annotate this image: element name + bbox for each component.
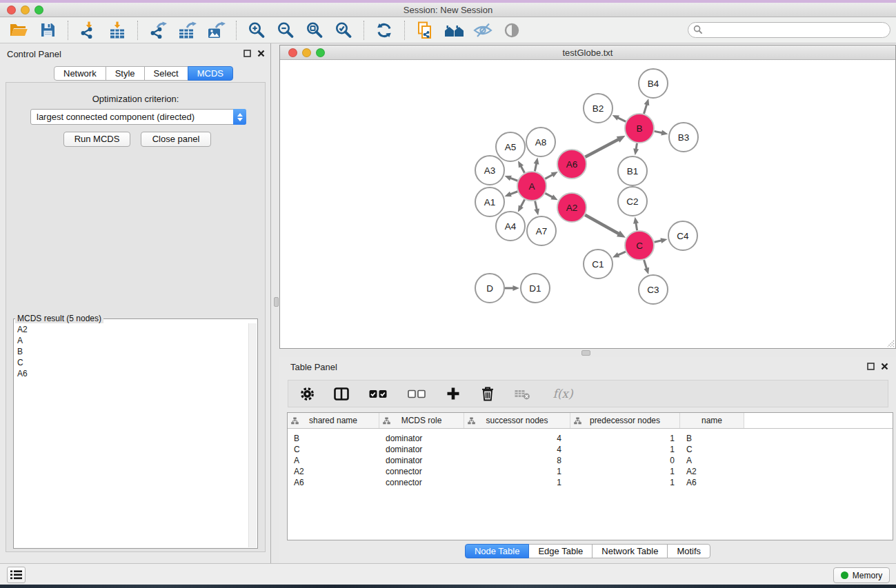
- add-entry-button[interactable]: [444, 384, 462, 403]
- tab-network[interactable]: Network: [54, 66, 106, 81]
- table-row[interactable]: Adominator80A: [288, 455, 893, 466]
- graph-edge-B-B4[interactable]: [644, 104, 646, 114]
- mcds-result-item[interactable]: B: [14, 346, 248, 357]
- function-builder-button[interactable]: f(x): [548, 384, 578, 403]
- close-panel-button[interactable]: Close panel: [141, 132, 211, 147]
- import-network-button[interactable]: [74, 19, 103, 42]
- zoom-out-button[interactable]: [271, 19, 300, 42]
- network-canvas[interactable]: AA1A2A3A4A5A6A7A8BB1B2B3B4CC1C2C3C4DD1: [280, 61, 895, 348]
- graph-node-A4[interactable]: A4: [496, 212, 525, 241]
- graph-edge-C-C3[interactable]: [644, 260, 647, 269]
- search-input[interactable]: [688, 22, 890, 38]
- column-header-shared-name[interactable]: shared name: [288, 413, 379, 428]
- mcds-result-item[interactable]: A2: [14, 324, 248, 335]
- column-header-successor-nodes[interactable]: successor nodes: [464, 413, 570, 428]
- tab-style[interactable]: Style: [106, 66, 145, 81]
- tab-node-table[interactable]: Node Table: [465, 544, 530, 558]
- tab-motifs[interactable]: Motifs: [667, 544, 710, 558]
- column-header-name[interactable]: name: [680, 413, 744, 428]
- close-table-panel-icon[interactable]: [881, 363, 888, 370]
- import-table-button[interactable]: [103, 19, 132, 42]
- show-columns-button[interactable]: [332, 384, 350, 403]
- deselect-all-button[interactable]: [406, 384, 428, 403]
- mcds-result-item[interactable]: A6: [14, 368, 248, 379]
- graph-edge-C-C2[interactable]: [636, 223, 637, 230]
- graph-node-C3[interactable]: C3: [639, 275, 668, 304]
- graph-node-D1[interactable]: D1: [521, 274, 550, 303]
- hide-graphics-details-button[interactable]: [468, 19, 497, 42]
- table-row[interactable]: Bdominator41B: [288, 433, 893, 444]
- table-settings-button[interactable]: [298, 384, 316, 403]
- graph-node-B2[interactable]: B2: [584, 94, 613, 123]
- table-row[interactable]: A2connector11A2: [288, 466, 893, 477]
- column-header-predecessor-nodes[interactable]: predecessor nodes: [570, 413, 680, 428]
- graph-node-A7[interactable]: A7: [527, 216, 556, 245]
- export-image-button[interactable]: [201, 19, 230, 42]
- graph-edge-A-A3[interactable]: [510, 178, 517, 181]
- graph-edge-A-A6[interactable]: [545, 174, 552, 179]
- tab-mcds[interactable]: MCDS: [188, 66, 233, 81]
- mcds-result-item[interactable]: A: [14, 335, 248, 346]
- tab-edge-table[interactable]: Edge Table: [528, 544, 593, 558]
- graph-node-C1[interactable]: C1: [584, 250, 613, 278]
- graph-edge-C-C1[interactable]: [618, 252, 626, 255]
- zoom-fit-button[interactable]: [300, 19, 329, 42]
- export-network-button[interactable]: [143, 19, 172, 42]
- show-graphics-details-button[interactable]: [497, 19, 526, 42]
- graph-node-C4[interactable]: C4: [668, 221, 697, 250]
- select-all-button[interactable]: [367, 384, 389, 403]
- tab-select[interactable]: Select: [144, 66, 188, 81]
- graph-edge-C-C4[interactable]: [654, 241, 661, 242]
- zoom-in-button[interactable]: [242, 19, 271, 42]
- column-header-mcds-role[interactable]: MCDS role: [379, 413, 464, 428]
- save-session-button[interactable]: [33, 19, 62, 42]
- graph-node-A8[interactable]: A8: [526, 128, 555, 156]
- graph-edge-B-B2[interactable]: [617, 118, 626, 122]
- table-splitter-handle[interactable]: [581, 350, 590, 356]
- graph-node-B[interactable]: B: [625, 114, 654, 143]
- resize-grip-icon[interactable]: [885, 338, 895, 347]
- task-history-button[interactable]: [7, 567, 26, 583]
- table-row[interactable]: Cdominator41C: [288, 444, 893, 455]
- graph-edge-A-A2[interactable]: [545, 193, 552, 197]
- graph-edge-A-A1[interactable]: [510, 192, 517, 194]
- delete-table-button[interactable]: [513, 384, 531, 403]
- open-session-button[interactable]: [4, 19, 33, 42]
- float-table-panel-icon[interactable]: [867, 363, 875, 370]
- graph-node-A1[interactable]: A1: [475, 187, 504, 216]
- graph-edge-A-A8[interactable]: [535, 163, 536, 172]
- graph-node-C[interactable]: C: [625, 231, 654, 260]
- delete-entry-button[interactable]: [479, 384, 497, 403]
- zoom-selected-button[interactable]: [329, 19, 358, 42]
- graph-node-A5[interactable]: A5: [496, 132, 525, 161]
- refresh-layout-button[interactable]: [370, 19, 399, 42]
- graph-node-B3[interactable]: B3: [669, 123, 698, 152]
- graph-edge-A2-C[interactable]: [585, 215, 619, 234]
- graph-node-A6[interactable]: A6: [557, 150, 586, 179]
- graph-edge-A-A4[interactable]: [521, 199, 525, 207]
- panel-splitter-handle[interactable]: [274, 297, 279, 307]
- graph-node-A[interactable]: A: [517, 172, 546, 201]
- graph-edge-A-A5[interactable]: [521, 166, 524, 173]
- export-table-button[interactable]: [172, 19, 201, 42]
- graph-node-A2[interactable]: A2: [557, 193, 586, 222]
- optimization-criterion-select[interactable]: largest connected component (directed): [30, 109, 246, 125]
- graph-node-B4[interactable]: B4: [639, 69, 668, 98]
- mcds-result-item[interactable]: C: [14, 357, 248, 368]
- tab-network-table[interactable]: Network Table: [592, 544, 668, 558]
- float-panel-icon[interactable]: [243, 50, 251, 57]
- close-panel-icon[interactable]: [257, 50, 265, 57]
- graph-edge-A-A7[interactable]: [535, 201, 537, 210]
- graph-node-A3[interactable]: A3: [475, 156, 504, 185]
- graph-edge-A6-B[interactable]: [585, 139, 619, 157]
- memory-button[interactable]: Memory: [833, 567, 890, 583]
- graph-edge-B-B3[interactable]: [655, 131, 663, 132]
- table-row[interactable]: A6connector11A6: [288, 477, 893, 488]
- graph-edge-B-B1[interactable]: [636, 143, 637, 150]
- graph-node-B1[interactable]: B1: [618, 156, 647, 185]
- graph-node-C2[interactable]: C2: [618, 187, 647, 216]
- new-network-from-selection-button[interactable]: [410, 19, 439, 42]
- run-mcds-button[interactable]: Run MCDS: [63, 132, 130, 147]
- first-neighbors-button[interactable]: [439, 19, 468, 42]
- mcds-list-scrollbar[interactable]: [248, 323, 257, 547]
